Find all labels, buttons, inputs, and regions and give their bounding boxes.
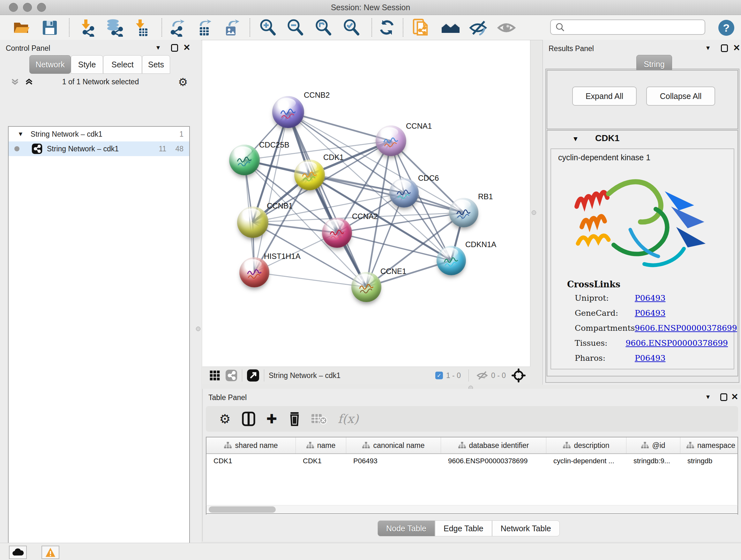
warnings-button[interactable] xyxy=(42,546,59,559)
tab-sets[interactable]: Sets xyxy=(142,55,170,74)
string-import-icon[interactable] xyxy=(412,19,429,37)
float-panel-icon[interactable]: ▾ xyxy=(706,393,710,401)
search-input[interactable] xyxy=(565,23,694,32)
selected-counts: 1 - 0 xyxy=(446,371,461,380)
crosslink-link[interactable]: 9606.ENSP00000378699 xyxy=(625,338,728,348)
crosslink-link[interactable]: P06493 xyxy=(635,354,665,363)
crosslink-link[interactable]: P06493 xyxy=(635,294,665,303)
network-node-ccne1[interactable] xyxy=(351,272,381,302)
table-cell[interactable]: P06493 xyxy=(346,454,441,468)
table-cell[interactable]: CDK1 xyxy=(206,454,296,468)
add-column-icon[interactable]: ✚ xyxy=(266,412,277,426)
panel-splitter-handle[interactable] xyxy=(196,327,200,331)
export-network-icon[interactable] xyxy=(169,19,187,37)
float-panel-icon[interactable]: ▾ xyxy=(156,44,160,52)
collapse-all-button[interactable]: Collapse All xyxy=(646,86,715,106)
column-header-shared-name[interactable]: shared name xyxy=(206,437,296,453)
network-node-cdc6[interactable] xyxy=(389,178,419,207)
network-view-canvas[interactable]: CCNB2CCNA1CDC25BCDK1CDC6RB1CCNB1CCNA2CDK… xyxy=(202,40,530,367)
export-table-icon[interactable] xyxy=(195,19,214,37)
undock-panel-icon[interactable] xyxy=(721,44,728,52)
network-share-view-icon[interactable] xyxy=(225,369,238,381)
zoom-out-icon[interactable] xyxy=(286,19,305,37)
network-node-rb1[interactable] xyxy=(449,198,478,227)
float-panel-icon[interactable]: ▾ xyxy=(706,44,710,52)
table-settings-gear-icon[interactable]: ⚙ xyxy=(219,412,231,426)
hide-panels-icon[interactable] xyxy=(441,19,460,37)
tab-network-table[interactable]: Network Table xyxy=(492,520,560,537)
table-row[interactable]: CDK1CDK1P064939606.ENSP00000378699cyclin… xyxy=(206,454,738,469)
import-network-icon[interactable] xyxy=(78,19,96,37)
column-header-namespace[interactable]: namespace xyxy=(680,437,738,453)
cloud-status-button[interactable] xyxy=(9,546,27,559)
network-options-gear-icon[interactable]: ⚙ xyxy=(178,76,188,88)
column-header-database-identifier[interactable]: database identifier xyxy=(441,437,546,453)
grid-view-icon[interactable] xyxy=(209,370,220,381)
network-row-selected[interactable]: String Network – cdk1 11 48 xyxy=(9,141,189,156)
import-table-icon[interactable] xyxy=(133,19,151,37)
table-horizontal-scrollbar[interactable] xyxy=(206,505,738,514)
toggle-graphics-details-icon[interactable] xyxy=(469,19,488,37)
table-cell[interactable]: cyclin-dependent ... xyxy=(546,454,626,468)
title-bar: Session: New Session xyxy=(0,0,741,15)
import-network-database-icon[interactable] xyxy=(105,19,124,37)
network-node-cdk1[interactable] xyxy=(294,160,325,190)
table-cell[interactable]: stringdb:9... xyxy=(626,454,680,468)
zoom-fit-icon[interactable] xyxy=(315,19,333,37)
search-box[interactable] xyxy=(550,19,705,35)
close-panel-icon[interactable]: ✕ xyxy=(733,44,740,52)
tab-network[interactable]: Network xyxy=(29,55,71,74)
show-columns-icon[interactable] xyxy=(242,411,256,427)
network-node-ccna1[interactable] xyxy=(376,125,406,156)
show-graphics-icon[interactable] xyxy=(497,19,516,37)
column-header--id[interactable]: @id xyxy=(626,437,680,453)
network-node-ccna2[interactable] xyxy=(322,218,352,248)
undock-panel-icon[interactable] xyxy=(171,44,178,52)
protein-structure-thumbnail xyxy=(395,185,413,203)
delete-table-icon[interactable] xyxy=(311,412,327,426)
network-edge[interactable] xyxy=(254,112,288,272)
open-session-icon[interactable] xyxy=(13,19,30,37)
network-node-cdc25b[interactable] xyxy=(229,145,260,175)
network-collection-row[interactable]: ▼ String Network – cdk1 1 xyxy=(9,127,189,141)
section-expander-icon[interactable]: ▼ xyxy=(572,135,579,143)
zoom-selected-icon[interactable] xyxy=(343,19,360,37)
close-panel-icon[interactable]: ✕ xyxy=(731,393,738,401)
detach-view-icon[interactable] xyxy=(247,369,259,382)
collection-expander-icon[interactable]: ▼ xyxy=(17,131,23,138)
crosslink-link[interactable]: 9606.ENSP00000378699 xyxy=(635,323,737,333)
network-node-hist1h1a[interactable] xyxy=(239,257,269,287)
tab-node-table[interactable]: Node Table xyxy=(378,520,435,537)
network-edge[interactable] xyxy=(254,272,366,287)
network-node-label: RB1 xyxy=(478,192,493,201)
delete-column-icon[interactable] xyxy=(288,411,301,427)
column-header-description[interactable]: description xyxy=(546,437,626,453)
scrollbar-thumb[interactable] xyxy=(209,506,276,513)
tab-edge-table[interactable]: Edge Table xyxy=(435,520,492,537)
table-cell[interactable]: 9606.ENSP00000378699 xyxy=(441,454,546,468)
column-header-canonical-name[interactable]: canonical name xyxy=(346,437,441,453)
export-image-icon[interactable] xyxy=(223,19,241,37)
selected-checkbox-icon[interactable]: ✓ xyxy=(435,372,443,379)
vertical-splitter-handle[interactable] xyxy=(532,210,536,215)
tab-select[interactable]: Select xyxy=(103,55,142,74)
crosslink-link[interactable]: P06493 xyxy=(635,308,665,318)
hidden-eye-slash-icon[interactable] xyxy=(476,371,488,380)
network-node-cdkn1a[interactable] xyxy=(436,246,466,275)
network-node-ccnb2[interactable] xyxy=(272,96,304,128)
function-builder-icon[interactable]: f(x) xyxy=(338,412,358,426)
help-icon[interactable]: ? xyxy=(718,19,735,37)
table-cell[interactable]: CDK1 xyxy=(296,454,346,468)
zoom-in-icon[interactable] xyxy=(259,19,277,37)
column-header-name[interactable]: name xyxy=(296,437,346,453)
table-cell[interactable]: stringdb xyxy=(680,454,738,468)
tab-style[interactable]: Style xyxy=(71,55,103,74)
close-panel-icon[interactable]: ✕ xyxy=(183,44,191,51)
network-node-ccnb1[interactable] xyxy=(237,206,268,238)
save-session-icon[interactable] xyxy=(42,19,58,37)
refresh-icon[interactable] xyxy=(379,19,396,37)
expand-all-button[interactable]: Expand All xyxy=(572,86,636,106)
birdseye-crosshair-icon[interactable] xyxy=(512,368,526,382)
network-node-label: CDK1 xyxy=(323,153,344,162)
undock-panel-icon[interactable] xyxy=(720,393,727,401)
